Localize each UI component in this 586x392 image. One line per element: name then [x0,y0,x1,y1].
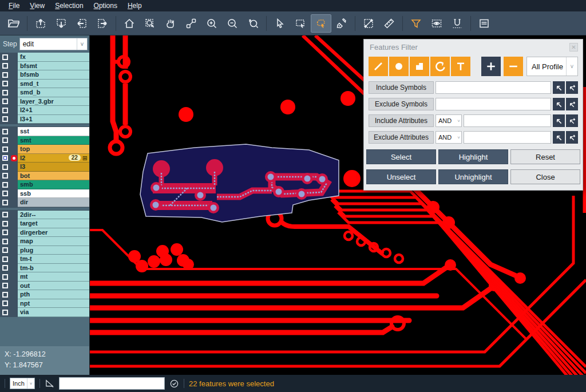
menu-selection[interactable]: Selection [50,1,88,11]
grid-icon[interactable]: ⊞ [82,155,88,161]
surface-feature-button[interactable] [410,57,429,76]
layer-row-npt[interactable]: npt [0,299,89,308]
layer-row-tm-b[interactable]: tm-b [0,264,89,273]
include-symbols-input[interactable] [435,81,551,94]
layer-row-top[interactable]: top [0,145,89,154]
layer-row-pth[interactable]: pth [0,290,89,299]
refresh-icon[interactable] [169,379,179,389]
pick-add-symbol-button[interactable] [566,81,578,94]
layer-checkbox[interactable] [2,256,8,262]
rect-select-button[interactable] [290,14,311,33]
layer-row-bfsmt[interactable]: bfsmt [0,62,89,71]
layer-row-mt[interactable]: mt [0,272,89,282]
layer-row-via[interactable]: via [0,308,89,317]
layer-row-ssb[interactable]: ssb [0,189,89,199]
layer-checkbox[interactable] [2,265,8,271]
menu-view[interactable]: View [25,1,50,11]
home-view-button[interactable] [119,14,140,33]
zoom-out-button[interactable] [222,14,243,33]
menu-file[interactable]: File [3,1,25,11]
pick-attribute-button[interactable] [553,114,565,127]
pan-up-button[interactable] [30,14,51,33]
pan-right-button[interactable] [92,14,113,33]
exclude-symbols-button[interactable]: Exclude Symbols [369,98,434,110]
layer-checkbox[interactable] [2,283,8,288]
layer-row-dir[interactable]: dir [0,198,89,207]
features-filter-button[interactable] [406,14,426,33]
pick-add-attribute-button[interactable] [566,114,578,127]
layer-row-l2-active[interactable]: l222⊞ [0,154,89,163]
zoom-previous-button[interactable] [243,14,263,33]
exclude-symbols-input[interactable] [435,98,551,110]
polygon-select-button[interactable] [311,14,331,33]
layer-row-fx[interactable]: fx [0,53,89,62]
dialog-titlebar[interactable]: Features Filter ✕ [364,39,583,54]
unhighlight-button[interactable]: Unhighlight [438,169,508,184]
layer-checkbox[interactable] [2,182,8,188]
layer-row-dirgerber[interactable]: dirgerber [0,228,89,237]
pan-down-button[interactable] [51,14,72,33]
include-attributes-input[interactable] [464,114,551,127]
zoom-window-button[interactable] [140,14,160,33]
layer-checkbox[interactable] [2,81,8,86]
layer-checkbox[interactable] [2,229,8,235]
layer-checkbox[interactable] [2,146,8,152]
layer-checkbox[interactable] [2,63,8,69]
pan-hand-button[interactable] [160,14,181,33]
clean-brush-button[interactable] [331,14,352,33]
layer-checkbox[interactable] [2,173,8,179]
add-filter-button[interactable] [481,57,501,76]
include-symbols-button[interactable]: Include Symbols [369,81,434,94]
arc-feature-button[interactable] [430,57,450,76]
layer-row-map[interactable]: map [0,237,89,246]
layer-row-plug[interactable]: plug [0,246,89,255]
layer-checkbox[interactable] [2,212,8,217]
layer-checkbox[interactable] [2,191,8,196]
snap-button[interactable] [447,14,468,33]
menu-options[interactable]: Options [89,1,122,11]
layer-checkbox[interactable] [2,116,8,122]
layer-checkbox[interactable] [2,239,8,244]
layer-row-layer3gbr[interactable]: layer_3.gbr [0,97,89,106]
layer-checkbox[interactable] [2,164,8,170]
layer-row-smb[interactable]: smb [0,180,89,189]
open-button[interactable] [3,14,24,33]
profile-select[interactable]: All Profile ˅ [526,57,578,76]
layer-row-out[interactable]: out [0,282,89,291]
remove-filter-button[interactable] [504,57,523,76]
layer-row-sst[interactable]: sst [0,127,89,136]
layer-checkbox[interactable] [2,54,8,60]
layer-checkbox[interactable] [2,98,8,104]
pad-feature-button[interactable] [389,57,409,76]
layer-row-l3plus1[interactable]: l3+1 [0,115,89,124]
layer-checkbox[interactable] [2,247,8,253]
dialog-close-icon[interactable]: ✕ [569,43,578,52]
layer-row-tm-t[interactable]: tm-t [0,255,89,264]
layer-checkbox[interactable] [2,137,8,143]
pick-add-symbol-button[interactable] [566,98,578,110]
zoom-in-button[interactable] [201,14,222,33]
view-options-button[interactable] [426,14,447,33]
zoom-object-button[interactable] [181,14,201,33]
layer-checkbox[interactable] [2,221,8,227]
exclude-attributes-operator-select[interactable]: AND˅ [435,131,462,144]
text-feature-button[interactable] [451,57,470,76]
layer-checkbox[interactable] [2,300,8,306]
exclude-attributes-button[interactable]: Exclude Attributes [369,131,434,144]
unit-select[interactable]: Inch ˅ [10,378,35,389]
layer-row-bfsmb[interactable]: bfsmb [0,70,89,80]
layer-row-smt[interactable]: smt [0,136,89,145]
layer-checkbox[interactable] [2,72,8,78]
angle-mode-icon[interactable] [45,379,54,388]
pick-symbol-button[interactable] [553,98,565,110]
panel-list-button[interactable] [474,14,494,33]
layer-checkbox[interactable] [2,292,8,298]
layer-checkbox[interactable] [2,108,8,113]
layer-row-l2plus1[interactable]: l2+1 [0,106,89,115]
ruler-button[interactable] [379,14,399,33]
layer-row-2dir[interactable]: 2dir-- [0,211,89,220]
step-select[interactable]: edit ˅ [19,38,88,50]
close-button[interactable]: Close [510,169,580,184]
exclude-attributes-input[interactable] [464,131,551,144]
layer-checkbox[interactable] [2,200,8,205]
